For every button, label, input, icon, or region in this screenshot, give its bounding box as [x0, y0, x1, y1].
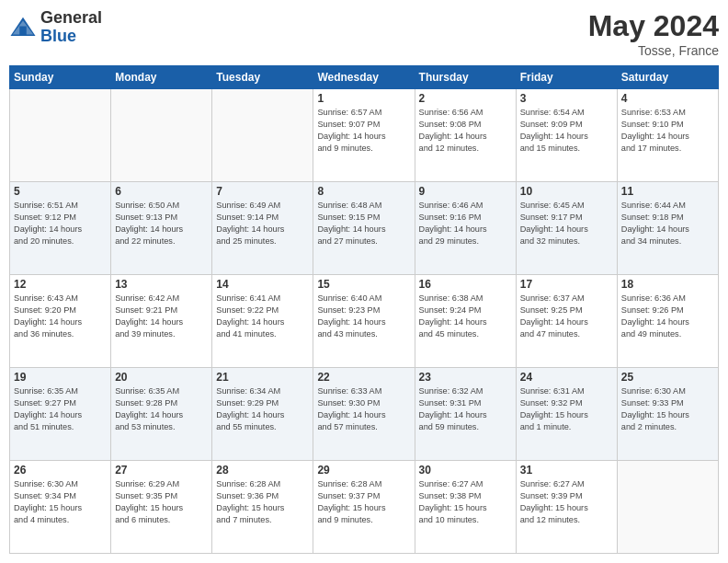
- table-row: 10Sunrise: 6:45 AM Sunset: 9:17 PM Dayli…: [516, 182, 617, 275]
- day-number: 14: [216, 278, 309, 291]
- day-info: Sunrise: 6:28 AM Sunset: 9:36 PM Dayligh…: [216, 478, 309, 526]
- day-number: 18: [621, 278, 714, 291]
- day-info: Sunrise: 6:27 AM Sunset: 9:38 PM Dayligh…: [419, 478, 512, 526]
- day-number: 27: [115, 464, 208, 477]
- table-row: 2Sunrise: 6:56 AM Sunset: 9:08 PM Daylig…: [415, 89, 516, 182]
- day-number: 8: [317, 185, 410, 198]
- day-number: 4: [621, 92, 714, 105]
- table-row: 30Sunrise: 6:27 AM Sunset: 9:38 PM Dayli…: [415, 461, 516, 554]
- day-number: 5: [14, 185, 107, 198]
- calendar-header-row: Sunday Monday Tuesday Wednesday Thursday…: [10, 66, 719, 89]
- table-row: 18Sunrise: 6:36 AM Sunset: 9:26 PM Dayli…: [617, 275, 718, 368]
- table-row: 11Sunrise: 6:44 AM Sunset: 9:18 PM Dayli…: [617, 182, 718, 275]
- table-row: 4Sunrise: 6:53 AM Sunset: 9:10 PM Daylig…: [617, 89, 718, 182]
- col-saturday: Saturday: [617, 66, 718, 89]
- calendar-week-row: 26Sunrise: 6:30 AM Sunset: 9:34 PM Dayli…: [10, 461, 719, 554]
- title-block: May 2024 Tosse, France: [588, 9, 719, 58]
- logo-blue: Blue: [40, 28, 102, 46]
- day-number: 23: [419, 371, 512, 384]
- table-row: [111, 89, 212, 182]
- day-info: Sunrise: 6:30 AM Sunset: 9:33 PM Dayligh…: [621, 385, 714, 433]
- table-row: 9Sunrise: 6:46 AM Sunset: 9:16 PM Daylig…: [415, 182, 516, 275]
- table-row: 31Sunrise: 6:27 AM Sunset: 9:39 PM Dayli…: [516, 461, 617, 554]
- day-number: 31: [520, 464, 613, 477]
- day-info: Sunrise: 6:28 AM Sunset: 9:37 PM Dayligh…: [317, 478, 410, 526]
- month-title: May 2024: [588, 9, 719, 43]
- day-number: 17: [520, 278, 613, 291]
- day-info: Sunrise: 6:54 AM Sunset: 9:09 PM Dayligh…: [520, 107, 613, 155]
- day-number: 21: [216, 371, 309, 384]
- header: General Blue May 2024 Tosse, France: [9, 9, 719, 58]
- day-info: Sunrise: 6:43 AM Sunset: 9:20 PM Dayligh…: [14, 293, 107, 340]
- day-number: 20: [115, 371, 208, 384]
- day-number: 12: [14, 278, 107, 291]
- day-info: Sunrise: 6:30 AM Sunset: 9:34 PM Dayligh…: [14, 478, 107, 526]
- day-info: Sunrise: 6:57 AM Sunset: 9:07 PM Dayligh…: [317, 107, 410, 155]
- logo-general: General: [40, 9, 102, 28]
- table-row: [10, 89, 111, 182]
- day-info: Sunrise: 6:50 AM Sunset: 9:13 PM Dayligh…: [115, 200, 208, 247]
- table-row: [617, 461, 718, 554]
- table-row: 8Sunrise: 6:48 AM Sunset: 9:15 PM Daylig…: [313, 182, 415, 275]
- calendar-week-row: 5Sunrise: 6:51 AM Sunset: 9:12 PM Daylig…: [10, 182, 719, 275]
- day-info: Sunrise: 6:53 AM Sunset: 9:10 PM Dayligh…: [621, 107, 714, 155]
- table-row: 24Sunrise: 6:31 AM Sunset: 9:32 PM Dayli…: [516, 368, 617, 461]
- table-row: 5Sunrise: 6:51 AM Sunset: 9:12 PM Daylig…: [10, 182, 111, 275]
- table-row: 29Sunrise: 6:28 AM Sunset: 9:37 PM Dayli…: [313, 461, 415, 554]
- col-wednesday: Wednesday: [313, 66, 415, 89]
- col-thursday: Thursday: [415, 66, 516, 89]
- day-number: 30: [419, 464, 512, 477]
- day-info: Sunrise: 6:35 AM Sunset: 9:27 PM Dayligh…: [14, 385, 107, 433]
- location-title: Tosse, France: [588, 43, 719, 58]
- day-info: Sunrise: 6:37 AM Sunset: 9:25 PM Dayligh…: [520, 293, 613, 340]
- table-row: [212, 89, 313, 182]
- logo-icon: [9, 14, 37, 41]
- day-info: Sunrise: 6:44 AM Sunset: 9:18 PM Dayligh…: [621, 200, 714, 247]
- day-info: Sunrise: 6:48 AM Sunset: 9:15 PM Dayligh…: [317, 200, 410, 247]
- calendar-table: Sunday Monday Tuesday Wednesday Thursday…: [9, 65, 719, 554]
- table-row: 6Sunrise: 6:50 AM Sunset: 9:13 PM Daylig…: [111, 182, 212, 275]
- day-number: 19: [14, 371, 107, 384]
- day-number: 13: [115, 278, 208, 291]
- table-row: 28Sunrise: 6:28 AM Sunset: 9:36 PM Dayli…: [212, 461, 313, 554]
- col-friday: Friday: [516, 66, 617, 89]
- calendar-week-row: 1Sunrise: 6:57 AM Sunset: 9:07 PM Daylig…: [10, 89, 719, 182]
- day-number: 29: [317, 464, 410, 477]
- day-number: 25: [621, 371, 714, 384]
- table-row: 3Sunrise: 6:54 AM Sunset: 9:09 PM Daylig…: [516, 89, 617, 182]
- table-row: 13Sunrise: 6:42 AM Sunset: 9:21 PM Dayli…: [111, 275, 212, 368]
- table-row: 22Sunrise: 6:33 AM Sunset: 9:30 PM Dayli…: [313, 368, 415, 461]
- day-number: 15: [317, 278, 410, 291]
- day-info: Sunrise: 6:51 AM Sunset: 9:12 PM Dayligh…: [14, 200, 107, 247]
- day-number: 9: [419, 185, 512, 198]
- day-number: 16: [419, 278, 512, 291]
- table-row: 23Sunrise: 6:32 AM Sunset: 9:31 PM Dayli…: [415, 368, 516, 461]
- day-info: Sunrise: 6:33 AM Sunset: 9:30 PM Dayligh…: [317, 385, 410, 433]
- day-info: Sunrise: 6:41 AM Sunset: 9:22 PM Dayligh…: [216, 293, 309, 340]
- day-number: 26: [14, 464, 107, 477]
- day-number: 22: [317, 371, 410, 384]
- table-row: 16Sunrise: 6:38 AM Sunset: 9:24 PM Dayli…: [415, 275, 516, 368]
- table-row: 20Sunrise: 6:35 AM Sunset: 9:28 PM Dayli…: [111, 368, 212, 461]
- day-number: 3: [520, 92, 613, 105]
- day-number: 2: [419, 92, 512, 105]
- day-info: Sunrise: 6:31 AM Sunset: 9:32 PM Dayligh…: [520, 385, 613, 433]
- day-info: Sunrise: 6:56 AM Sunset: 9:08 PM Dayligh…: [419, 107, 512, 155]
- table-row: 15Sunrise: 6:40 AM Sunset: 9:23 PM Dayli…: [313, 275, 415, 368]
- table-row: 1Sunrise: 6:57 AM Sunset: 9:07 PM Daylig…: [313, 89, 415, 182]
- col-monday: Monday: [111, 66, 212, 89]
- svg-rect-2: [19, 26, 27, 36]
- day-info: Sunrise: 6:29 AM Sunset: 9:35 PM Dayligh…: [115, 478, 208, 526]
- day-info: Sunrise: 6:35 AM Sunset: 9:28 PM Dayligh…: [115, 385, 208, 433]
- day-info: Sunrise: 6:38 AM Sunset: 9:24 PM Dayligh…: [419, 293, 512, 340]
- table-row: 25Sunrise: 6:30 AM Sunset: 9:33 PM Dayli…: [617, 368, 718, 461]
- day-info: Sunrise: 6:45 AM Sunset: 9:17 PM Dayligh…: [520, 200, 613, 247]
- table-row: 12Sunrise: 6:43 AM Sunset: 9:20 PM Dayli…: [10, 275, 111, 368]
- table-row: 21Sunrise: 6:34 AM Sunset: 9:29 PM Dayli…: [212, 368, 313, 461]
- day-number: 24: [520, 371, 613, 384]
- calendar-week-row: 12Sunrise: 6:43 AM Sunset: 9:20 PM Dayli…: [10, 275, 719, 368]
- table-row: 27Sunrise: 6:29 AM Sunset: 9:35 PM Dayli…: [111, 461, 212, 554]
- day-number: 6: [115, 185, 208, 198]
- table-row: 26Sunrise: 6:30 AM Sunset: 9:34 PM Dayli…: [10, 461, 111, 554]
- table-row: 17Sunrise: 6:37 AM Sunset: 9:25 PM Dayli…: [516, 275, 617, 368]
